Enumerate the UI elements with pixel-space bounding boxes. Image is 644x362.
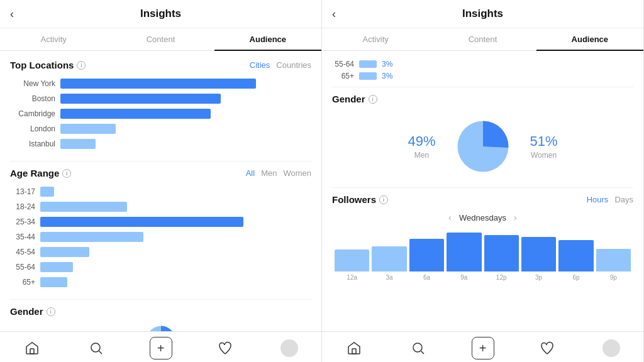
bar-container bbox=[40, 231, 311, 243]
bar-fill bbox=[40, 277, 67, 287]
hour-label-12a: 12a bbox=[335, 274, 369, 281]
svg-point-6 bbox=[413, 343, 422, 352]
bar bbox=[596, 249, 631, 272]
gender-women-stat: 51% Women bbox=[530, 133, 558, 160]
day-navigation: ‹ Wednesdays › bbox=[332, 212, 633, 222]
cities-button[interactable]: Cities bbox=[250, 60, 270, 70]
hour-label-3p: 3p bbox=[521, 274, 556, 281]
tab-content-right[interactable]: Content bbox=[429, 28, 536, 50]
svg-point-2 bbox=[91, 343, 100, 352]
gender-pie-partial bbox=[10, 324, 311, 331]
age-range-actions: All Men Women bbox=[246, 168, 311, 178]
age-bar-1824: 18-24 bbox=[10, 201, 311, 212]
search-icon bbox=[89, 341, 104, 356]
bar-container bbox=[60, 93, 311, 104]
age-label: 65+ bbox=[10, 278, 35, 287]
tab-audience-right[interactable]: Audience bbox=[536, 28, 643, 50]
right-back-button[interactable]: ‹ bbox=[332, 8, 336, 21]
divider-right2 bbox=[332, 187, 633, 188]
left-back-button[interactable]: ‹ bbox=[10, 8, 14, 21]
home-icon-right bbox=[347, 341, 362, 356]
day-prev-button[interactable]: ‹ bbox=[448, 212, 452, 222]
bar bbox=[372, 246, 406, 272]
bar-fill bbox=[60, 139, 96, 149]
age-label: 18-24 bbox=[10, 202, 35, 211]
plus-icon: + bbox=[150, 337, 172, 359]
bar-fill bbox=[60, 79, 256, 89]
hour-bar-12p bbox=[484, 228, 519, 272]
nav-plus-left[interactable]: + bbox=[128, 337, 192, 359]
age-label: 55-64 bbox=[10, 263, 35, 272]
tab-content-left[interactable]: Content bbox=[107, 28, 214, 50]
bar bbox=[484, 235, 519, 272]
men-label: Men bbox=[408, 151, 435, 160]
bar-row-newyork: New York bbox=[10, 78, 311, 89]
nav-heart-left[interactable] bbox=[193, 337, 257, 359]
hour-label-6p: 6p bbox=[558, 274, 593, 281]
bar-row-cambridge: Cambridge bbox=[10, 108, 311, 119]
bar-container bbox=[40, 261, 311, 273]
left-title: Insights bbox=[140, 8, 181, 20]
top-locations-title: Top Locations i bbox=[10, 60, 86, 70]
women-label: Women bbox=[530, 151, 558, 160]
gender-info-icon-left[interactable]: i bbox=[47, 307, 55, 316]
bar-container bbox=[60, 108, 311, 119]
hour-bar-12a bbox=[335, 228, 369, 272]
right-header: ‹ Insights bbox=[322, 0, 643, 28]
gender-header-left: Gender i bbox=[10, 306, 311, 317]
bar-container bbox=[60, 78, 311, 89]
nav-heart-right[interactable] bbox=[515, 337, 579, 359]
top-locations-info-icon[interactable]: i bbox=[77, 61, 86, 70]
age-label: 25-34 bbox=[10, 217, 35, 226]
top-locations-header: Top Locations i Cities Countries bbox=[10, 60, 311, 70]
svg-rect-1 bbox=[30, 349, 34, 354]
age-small-bar2 bbox=[359, 72, 377, 80]
nav-plus-right[interactable]: + bbox=[450, 337, 514, 359]
tab-activity-left[interactable]: Activity bbox=[0, 28, 107, 50]
followers-info-icon[interactable]: i bbox=[379, 195, 388, 204]
heart-icon bbox=[218, 341, 233, 356]
nav-avatar-left[interactable] bbox=[257, 337, 321, 359]
right-content: 55-64 3% 65+ 3% Gender i 49% Men bbox=[322, 51, 643, 331]
nav-home-left[interactable] bbox=[0, 337, 64, 359]
countries-button[interactable]: Countries bbox=[276, 60, 311, 70]
gender-header-right: Gender i bbox=[332, 94, 633, 104]
followers-actions: Hours Days bbox=[587, 195, 633, 204]
nav-search-left[interactable] bbox=[64, 337, 128, 359]
followers-header: Followers i Hours Days bbox=[332, 194, 633, 205]
hours-button[interactable]: Hours bbox=[587, 195, 609, 204]
age-small-5564: 55-64 3% bbox=[332, 60, 633, 69]
age-women-button[interactable]: Women bbox=[283, 168, 311, 178]
nav-search-right[interactable] bbox=[386, 337, 450, 359]
nav-home-right[interactable] bbox=[322, 337, 386, 359]
tab-activity-right[interactable]: Activity bbox=[322, 28, 429, 50]
bar-label: Istanbul bbox=[10, 140, 55, 148]
days-button[interactable]: Days bbox=[614, 195, 633, 204]
tab-audience-left[interactable]: Audience bbox=[214, 28, 321, 50]
right-panel: ‹ Insights Activity Content Audience 55-… bbox=[322, 0, 644, 362]
top-locations-actions: Cities Countries bbox=[250, 60, 311, 70]
gender-pie-chart bbox=[455, 118, 511, 175]
age-all-button[interactable]: All bbox=[246, 168, 255, 178]
age-range-info-icon[interactable]: i bbox=[62, 169, 71, 178]
hour-bar-9p bbox=[596, 228, 631, 272]
day-next-button[interactable]: › bbox=[514, 212, 517, 222]
bar-fill bbox=[40, 202, 127, 212]
avatar-icon bbox=[280, 339, 298, 357]
bar-container bbox=[60, 138, 311, 150]
hour-bar-3a bbox=[372, 228, 406, 272]
nav-avatar-right[interactable] bbox=[579, 337, 643, 359]
day-label: Wednesdays bbox=[459, 213, 506, 222]
bar-fill bbox=[60, 94, 221, 104]
age-men-button[interactable]: Men bbox=[261, 168, 277, 178]
age-label: 45-54 bbox=[10, 248, 35, 256]
bar-fill bbox=[40, 262, 73, 272]
bar bbox=[447, 233, 481, 272]
bar bbox=[521, 237, 556, 272]
bar bbox=[409, 239, 444, 272]
gender-info-icon-right[interactable]: i bbox=[369, 95, 377, 104]
age-label: 13-17 bbox=[10, 187, 35, 196]
bar-row-boston: Boston bbox=[10, 93, 311, 104]
bar-fill bbox=[40, 187, 54, 197]
divider2 bbox=[10, 299, 311, 300]
